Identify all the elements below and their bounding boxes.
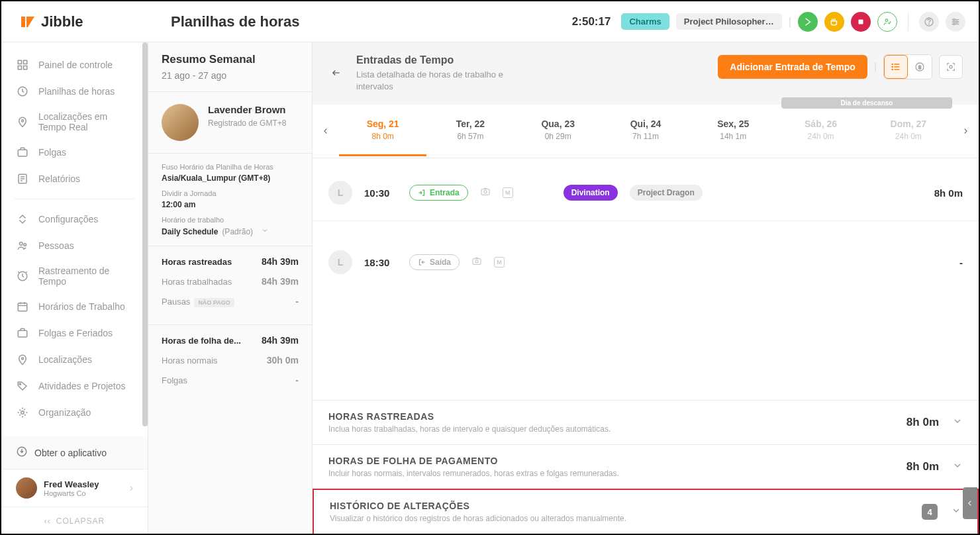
svg-point-39	[892, 64, 893, 64]
activity-tag: Divination	[564, 185, 618, 201]
collapse-sidebar-button[interactable]: ‹‹ COLAPSAR	[1, 507, 148, 535]
sidebar-scrollbar[interactable]	[142, 42, 148, 535]
sidebar-item-localiza-es[interactable]: Localizações	[1, 346, 148, 373]
sidebar-item-atividades-e-projetos[interactable]: Atividades e Projetos	[1, 373, 148, 399]
day-label: Qui, 24	[602, 119, 689, 129]
sidebar-item-relat-rios[interactable]: Relatórios	[1, 166, 148, 192]
day-tab-0[interactable]: Seg, 218h 0m	[339, 107, 426, 156]
money-view-button[interactable]: $	[908, 55, 932, 79]
accordion-horas-de-folha-de-pagamento[interactable]: HORAS DE FOLHA DE PAGAMENTOIncluir horas…	[313, 444, 979, 489]
day-label: Ter, 22	[426, 119, 514, 129]
schedule-icon	[16, 300, 29, 313]
accordion-title: HISTÓRICO DE ALTERAÇÕES	[330, 501, 626, 511]
help-button[interactable]	[919, 12, 939, 32]
back-button[interactable]	[328, 65, 344, 81]
sidebar-item-configura-es[interactable]: Configurações	[1, 206, 148, 232]
svg-rect-13	[24, 60, 27, 64]
user-avatar	[16, 477, 37, 499]
stat-label: Horas trabalhadas	[162, 277, 232, 287]
entry-duration: -	[959, 257, 963, 268]
add-entry-button[interactable]: Adicionar Entrada de Tempo	[718, 55, 867, 79]
view-mode-segment: $	[883, 54, 932, 79]
project-tag: Project Dragon	[630, 185, 703, 201]
sidebar-item-pessoas[interactable]: Pessoas	[1, 232, 148, 259]
chevron-down-icon[interactable]	[952, 460, 963, 473]
settings-button[interactable]	[946, 12, 965, 32]
logo-text: Jibble	[41, 13, 83, 30]
svg-point-33	[21, 411, 24, 414]
tracking-icon	[16, 269, 29, 283]
accordion-value: 8h 0m	[906, 416, 939, 429]
svg-point-48	[475, 260, 478, 263]
sidebar-item-organiza-o[interactable]: Organização	[1, 399, 148, 426]
next-week-button[interactable]	[952, 105, 979, 158]
day-tab-4[interactable]: Sex, 2514h 1m	[689, 107, 777, 156]
svg-point-46	[484, 191, 487, 193]
focus-button[interactable]	[939, 55, 963, 79]
day-tab-2[interactable]: Qua, 230h 29m	[514, 107, 602, 156]
clock-in-button[interactable]	[798, 12, 818, 32]
svg-point-23	[20, 242, 23, 246]
day-duration: 6h 57m	[426, 132, 514, 141]
day-tab-6[interactable]: Dom, 2724h 0m	[865, 107, 952, 156]
manual-badge-icon: M	[494, 257, 505, 268]
accordion-subtitle: Incluir horas normais, intervalos remune…	[328, 469, 619, 478]
running-timer: 2:50:17	[572, 15, 611, 28]
get-app-button[interactable]: Obter o aplicativo	[1, 436, 148, 469]
sidebar-item-rastreamento-de-tempo[interactable]: Rastreamento de Tempo	[1, 259, 148, 293]
stat-value: 84h 39m	[262, 256, 299, 267]
project-badge[interactable]: Project Philosopher's S…	[676, 13, 782, 30]
svg-rect-14	[18, 66, 21, 70]
sidebar-user-row[interactable]: Fred Weasley Hogwarts Co ›	[1, 469, 148, 507]
day-tab-1[interactable]: Ter, 226h 57m	[426, 107, 514, 156]
accordion-title: HORAS RASTREADAS	[328, 411, 611, 422]
prev-week-button[interactable]	[313, 105, 339, 158]
separator	[908, 13, 908, 31]
time-entry-row[interactable]: L18:30SaídaM-	[313, 241, 979, 283]
chevron-down-icon[interactable]	[952, 416, 963, 429]
day-tab-3[interactable]: Qui, 247h 11m	[602, 107, 689, 156]
sidebar-item-label: Painel de controle	[38, 60, 113, 70]
panel-collapse-tab[interactable]	[963, 487, 977, 519]
schedule-selector[interactable]: Daily Schedule (Padrão)	[162, 226, 299, 236]
accordion-title: HORAS DE FOLHA DE PAGAMENTO	[328, 456, 619, 466]
count-badge: 4	[922, 504, 938, 520]
summary-title: Resumo Semanal	[162, 53, 299, 66]
accordion-subtitle: Inclua horas trabalhadas, horas de inter…	[328, 424, 611, 434]
day-duration: 7h 11m	[602, 132, 689, 141]
briefcase-icon	[16, 146, 29, 159]
svg-rect-47	[473, 259, 481, 265]
timezone-value: Asia/Kuala_Lumpur (GMT+8)	[162, 173, 299, 183]
accordion-horas-rastreadas[interactable]: HORAS RASTREADASInclua horas trabalhadas…	[313, 400, 979, 444]
sidebar-item-label: Folgas	[38, 147, 66, 158]
sidebar-item-painel-de-controle[interactable]: Painel de controle	[1, 52, 148, 78]
summary-panel: Resumo Semanal 21 ago - 27 ago Lavender …	[148, 42, 313, 535]
clock-out-button[interactable]	[851, 12, 871, 32]
day-tab-5[interactable]: Dia de descansoSáb, 2624h 0m	[777, 107, 864, 156]
page-title: Planilhas de horas	[171, 13, 299, 30]
accordion-subtitle: Visualizar o histórico dos registros de …	[330, 514, 626, 523]
chevron-down-icon[interactable]	[951, 505, 961, 518]
sidebar-item-label: Localizações em Tempo Real	[38, 111, 133, 132]
chevron-left-double-icon: ‹‹	[44, 516, 51, 526]
time-entry-row[interactable]: L10:30EntradaMDivinationProject Dragon8h…	[313, 171, 979, 214]
sidebar-item-label: Configurações	[38, 214, 98, 224]
sidebar-item-hor-rios-de-trabalho[interactable]: Horários de Trabalho	[1, 293, 148, 320]
stat-label: Horas de folha de...	[162, 336, 241, 346]
svg-marker-1	[26, 17, 34, 27]
sidebar-item-planilhas-de-horas[interactable]: Planilhas de horas	[1, 78, 148, 105]
sidebar-item-folgas-e-feriados[interactable]: Folgas e Feriados	[1, 320, 148, 346]
accordion-hist-rico-de-altera-es[interactable]: HISTÓRICO DE ALTERAÇÕESVisualizar o hist…	[313, 489, 979, 535]
logo-area[interactable]: Jibble	[1, 13, 155, 30]
svg-point-44	[950, 66, 952, 68]
break-button[interactable]	[824, 12, 844, 32]
list-view-button[interactable]	[884, 55, 908, 79]
sidebar-item-localiza-es-em-tempo-real[interactable]: Localizações em Tempo Real	[1, 105, 148, 139]
day-duration: 14h 1m	[689, 132, 777, 141]
sidebar-item-folgas[interactable]: Folgas	[1, 139, 148, 166]
person-check-button[interactable]	[877, 12, 897, 32]
stat-label: Horas normais	[162, 356, 218, 365]
sidebar-item-label: Folgas e Feriados	[38, 328, 113, 338]
people-icon	[16, 239, 29, 252]
activity-badge[interactable]: Charms	[621, 13, 669, 30]
